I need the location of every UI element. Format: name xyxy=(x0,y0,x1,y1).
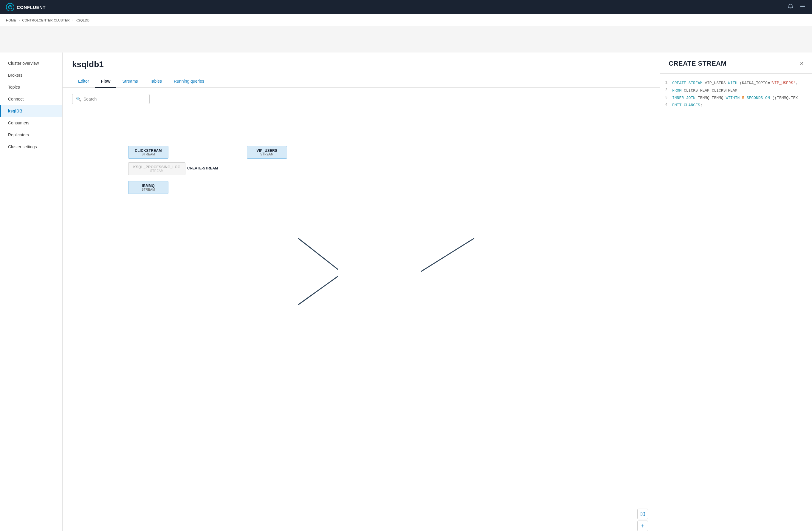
breadcrumb: HOME › CONTROLCENTER.CLUSTER › KSQLDB xyxy=(0,14,812,26)
sidebar-item-ksqldb[interactable]: ksqlDB xyxy=(0,105,62,117)
sidebar: Cluster overview Brokers Topics Connect … xyxy=(0,53,62,531)
node-ksql-type: STREAM xyxy=(133,169,180,172)
sidebar-label-replicators: Replicators xyxy=(8,132,29,137)
panel-close-button[interactable]: × xyxy=(800,60,804,67)
breadcrumb-sep-1: › xyxy=(18,18,20,23)
line-num-1: 1 xyxy=(660,80,672,85)
node-ibmmq[interactable]: IBMMQ STREAM xyxy=(128,181,169,194)
node-create-stream-name: CREATE-STREAM xyxy=(187,166,218,170)
node-clickstream-name: CLICKSTREAM xyxy=(133,149,163,153)
line-code-4: EMIT CHANGES; xyxy=(672,102,702,109)
sidebar-item-consumers[interactable]: Consumers xyxy=(0,117,62,129)
logo-text: CONFLUENT xyxy=(17,5,46,10)
breadcrumb-home[interactable]: HOME xyxy=(6,18,16,22)
node-vip-users-name: VIP_USERS xyxy=(252,149,282,153)
sidebar-label-cluster-overview: Cluster overview xyxy=(8,61,39,66)
tab-editor[interactable]: Editor xyxy=(72,75,95,88)
code-line-2: 2 FROM CLICKSTREAM CLICKSTREAM xyxy=(660,87,812,95)
sidebar-label-consumers: Consumers xyxy=(8,121,29,125)
sidebar-label-brokers: Brokers xyxy=(8,73,23,78)
menu-icon[interactable] xyxy=(799,3,806,11)
app-body: Cluster overview Brokers Topics Connect … xyxy=(0,53,812,531)
node-ibmmq-name: IBMMQ xyxy=(133,184,163,188)
search-input[interactable] xyxy=(84,97,146,101)
zoom-fit-button[interactable] xyxy=(637,508,648,519)
page-title: ksqldb1 xyxy=(72,60,650,69)
sidebar-label-cluster-settings: Cluster settings xyxy=(8,144,37,149)
tab-tables[interactable]: Tables xyxy=(144,75,168,88)
confluent-logo[interactable]: CONFLUENT xyxy=(6,3,46,11)
line-code-3: INNER JOIN IBMMQ IBMMQ WITHIN 5 SECONDS … xyxy=(672,95,798,101)
sidebar-item-connect[interactable]: Connect xyxy=(0,93,62,105)
sidebar-label-topics: Topics xyxy=(8,85,20,89)
top-nav: CONFLUENT xyxy=(0,0,812,14)
sidebar-label-connect: Connect xyxy=(8,97,24,101)
node-vip-users-type: STREAM xyxy=(252,153,282,156)
tab-streams[interactable]: Streams xyxy=(116,75,144,88)
panel-header: CREATE STREAM × xyxy=(660,53,812,74)
flow-canvas: CLICKSTREAM STREAM KSQL_PROCESSING_LOG S… xyxy=(62,110,660,531)
page-header: ksqldb1 xyxy=(62,53,660,69)
line-code-2: FROM CLICKSTREAM CLICKSTREAM xyxy=(672,88,737,94)
node-ksql-name: KSQL_PROCESSING_LOG xyxy=(133,165,180,169)
sidebar-item-topics[interactable]: Topics xyxy=(0,81,62,93)
code-line-3: 3 INNER JOIN IBMMQ IBMMQ WITHIN 5 SECOND… xyxy=(660,95,812,102)
tab-bar: Editor Flow Streams Tables Running queri… xyxy=(62,75,660,88)
tab-flow[interactable]: Flow xyxy=(95,75,117,88)
line-num-3: 3 xyxy=(660,95,672,100)
breadcrumb-page: KSQLDB xyxy=(76,18,89,22)
sidebar-item-replicators[interactable]: Replicators xyxy=(0,129,62,141)
sidebar-item-cluster-settings[interactable]: Cluster settings xyxy=(0,141,62,153)
main-content: ksqldb1 Editor Flow Streams Tables Runni… xyxy=(62,53,660,531)
sidebar-item-cluster-overview[interactable]: Cluster overview xyxy=(0,57,62,69)
search-box[interactable]: 🔍 xyxy=(72,94,150,104)
svg-point-0 xyxy=(8,5,12,9)
code-line-1: 1 CREATE STREAM VIP_USERS WITH (KAFKA_TO… xyxy=(660,80,812,87)
panel-title: CREATE STREAM xyxy=(669,60,726,67)
logo-icon xyxy=(6,3,14,11)
sidebar-label-ksqldb: ksqlDB xyxy=(8,109,23,113)
node-clickstream[interactable]: CLICKSTREAM STREAM xyxy=(128,146,169,159)
node-create-stream[interactable]: CREATE-STREAM xyxy=(187,166,218,170)
zoom-controls: + − xyxy=(637,508,648,531)
breadcrumb-cluster[interactable]: CONTROLCENTER.CLUSTER xyxy=(22,18,70,22)
sidebar-item-brokers[interactable]: Brokers xyxy=(0,69,62,81)
nav-left: CONFLUENT xyxy=(6,3,46,11)
line-num-4: 4 xyxy=(660,102,672,107)
breadcrumb-sep-2: › xyxy=(72,18,73,23)
zoom-in-icon: + xyxy=(641,523,644,529)
tab-running-queries[interactable]: Running queries xyxy=(168,75,210,88)
line-num-2: 2 xyxy=(660,88,672,92)
search-icon: 🔍 xyxy=(76,97,81,101)
node-ksql-processing-log[interactable]: KSQL_PROCESSING_LOG STREAM xyxy=(128,162,185,175)
right-panel: CREATE STREAM × 1 CREATE STREAM VIP_USER… xyxy=(660,53,812,531)
line-code-1: CREATE STREAM VIP_USERS WITH (KAFKA_TOPI… xyxy=(672,80,798,86)
node-vip-users[interactable]: VIP_USERS STREAM xyxy=(247,146,287,159)
nav-right xyxy=(787,3,806,11)
bell-icon[interactable] xyxy=(787,3,794,11)
node-clickstream-type: STREAM xyxy=(133,153,163,156)
zoom-in-button[interactable]: + xyxy=(637,520,648,531)
search-area: 🔍 xyxy=(62,88,660,110)
code-line-4: 4 EMIT CHANGES; xyxy=(660,102,812,109)
code-area: 1 CREATE STREAM VIP_USERS WITH (KAFKA_TO… xyxy=(660,74,812,531)
node-ibmmq-type: STREAM xyxy=(133,188,163,191)
svg-line-4 xyxy=(421,238,474,271)
